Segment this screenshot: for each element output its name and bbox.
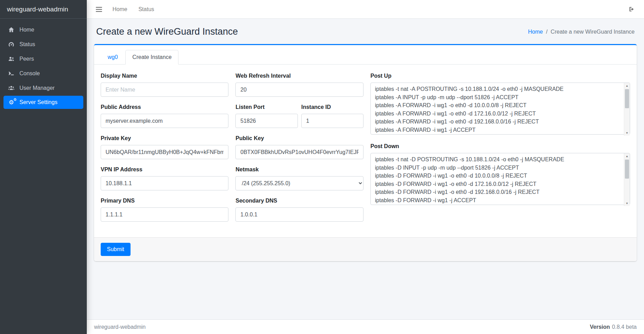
primary-dns-label: Primary DNS [101,198,228,204]
sidebar-item-home[interactable]: Home [3,23,83,36]
sidebar: wireguard-webadmin Home Status Peers [0,0,87,334]
version-value: 0.8.4 beta [612,324,637,330]
sidebar-item-server-settings[interactable]: ⚙⚙ Server Settings [3,96,83,109]
status-icon [6,41,16,48]
server-settings-icon: ⚙⚙ [6,100,16,105]
vpn-ip-address-label: VPN IP Address [101,166,228,173]
topbar-link-status[interactable]: Status [134,3,159,15]
page-footer: wireguard-webadmin Version 0.8.4 beta [87,319,644,334]
form-column-left: Display Name Public Address Private Key [101,73,228,229]
web-refresh-interval-label: Web Refresh Interval [235,73,363,79]
sidebar-item-user-manager[interactable]: User Manager [3,81,83,95]
form-column-middle: Web Refresh Interval Listen Port Instanc… [235,73,363,229]
scrollbar-thumb[interactable] [625,89,629,108]
sign-out-icon [628,6,635,12]
sidebar-item-label: User Manager [19,85,55,91]
post-up-textarea[interactable]: iptables -t nat -A POSTROUTING -s 10.188… [370,83,630,135]
netmask-label: Netmask [235,166,363,173]
scrollbar-thumb[interactable] [625,160,629,179]
netmask-select[interactable]: /24 (255.255.255.0) [235,176,363,190]
sidebar-item-status[interactable]: Status [3,37,83,51]
sidebar-item-peers[interactable]: Peers [3,52,83,66]
instance-tabs: wg0 Create Instance [94,45,637,65]
logout-button[interactable] [624,3,639,15]
post-up-label: Post Up [370,73,630,79]
app-root: wireguard-webadmin Home Status Peers [0,0,644,334]
topbar-link-home[interactable]: Home [108,3,132,15]
post-up-scrollbar[interactable]: ▲ ▼ [624,83,630,136]
instance-id-input[interactable] [301,114,363,128]
version-label: Version [590,324,610,330]
sidebar-brand[interactable]: wireguard-webadmin [0,0,87,19]
submit-button[interactable]: Submit [101,243,131,256]
sidebar-item-label: Peers [19,56,34,62]
console-icon [6,70,16,77]
content-header: Create a new WireGuard Instance Home / C… [94,24,637,44]
secondary-dns-input[interactable] [235,207,363,222]
content-area: Create a new WireGuard Instance Home / C… [87,19,644,319]
form-column-right: Post Up iptables -t nat -A POSTROUTING -… [370,73,630,214]
user-manager-icon [6,85,16,91]
tab-create-instance[interactable]: Create Instance [125,50,178,65]
scroll-down-icon[interactable]: ▼ [624,130,630,136]
post-down-scrollbar[interactable]: ▲ ▼ [624,153,630,206]
listen-port-label: Listen Port [235,104,298,110]
instance-form: Display Name Public Address Private Key [94,65,637,234]
public-key-input[interactable] [235,145,363,159]
display-name-input[interactable] [101,83,228,97]
private-key-label: Private Key [101,135,228,142]
page-title: Create a new WireGuard Instance [96,26,238,37]
post-down-textarea[interactable]: iptables -t nat -D POSTROUTING -s 10.188… [370,153,630,205]
topbar: Home Status [87,0,644,19]
vpn-ip-address-input[interactable] [101,176,228,190]
sidebar-item-label: Home [19,27,34,33]
sidebar-item-console[interactable]: Console [3,67,83,80]
instance-id-label: Instance ID [301,104,363,110]
public-address-label: Public Address [101,104,228,110]
breadcrumb-home-link[interactable]: Home [528,29,543,35]
public-address-input[interactable] [101,114,228,128]
scroll-up-icon[interactable]: ▲ [624,153,630,159]
peers-icon [6,55,16,62]
hamburger-icon [96,7,102,12]
breadcrumb-current: Create a new WireGuard Instance [551,29,635,35]
public-key-label: Public Key [235,135,363,142]
primary-dns-input[interactable] [101,207,228,222]
display-name-label: Display Name [101,73,228,79]
home-icon [6,26,16,33]
post-down-label: Post Down [370,143,630,149]
main-column: Home Status Create a new WireGuard Insta… [87,0,644,334]
listen-port-input[interactable] [235,114,298,128]
private-key-input[interactable] [101,145,228,159]
secondary-dns-label: Secondary DNS [235,198,363,204]
sidebar-item-label: Server Settings [19,99,57,105]
footer-version: Version 0.8.4 beta [590,324,637,330]
scroll-down-icon[interactable]: ▼ [624,200,630,206]
sidebar-item-label: Status [19,41,35,48]
breadcrumb: Home / Create a new WireGuard Instance [528,29,635,35]
hamburger-button[interactable] [92,4,106,15]
tab-wg0[interactable]: wg0 [101,50,125,65]
instance-card: wg0 Create Instance Display Name Public [94,44,637,261]
footer-brand: wireguard-webadmin [94,324,146,330]
sidebar-item-label: Console [19,70,40,77]
scroll-up-icon[interactable]: ▲ [624,83,630,88]
sidebar-nav: Home Status Peers Console [0,19,87,114]
card-footer: Submit [94,237,637,261]
web-refresh-interval-input[interactable] [235,83,363,97]
breadcrumb-separator: / [546,29,547,35]
